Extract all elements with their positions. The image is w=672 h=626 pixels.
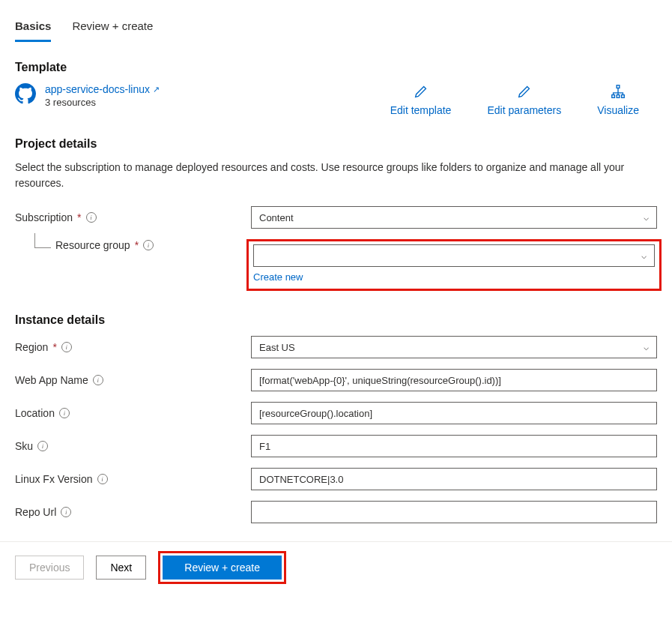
sku-label-text: Sku xyxy=(15,440,33,452)
resource-group-label: Resource group * i xyxy=(15,239,251,251)
webapp-name-label: Web App Name i xyxy=(15,374,251,386)
region-label-text: Region xyxy=(15,341,48,353)
info-icon[interactable]: i xyxy=(61,342,72,352)
linuxfx-label-text: Linux Fx Version xyxy=(15,473,93,485)
sku-input[interactable] xyxy=(251,435,657,457)
next-button[interactable]: Next xyxy=(96,556,146,580)
repo-url-label-text: Repo Url xyxy=(15,506,56,518)
resource-group-row: Resource group * i ⌵ Create new xyxy=(15,239,657,291)
repo-url-control xyxy=(251,501,657,523)
location-label-text: Location xyxy=(15,407,55,419)
linuxfx-row: Linux Fx Version i xyxy=(15,468,657,490)
location-row: Location i xyxy=(15,402,657,424)
repo-url-row: Repo Url i xyxy=(15,501,657,523)
svg-rect-0 xyxy=(617,85,620,88)
location-control xyxy=(251,402,657,424)
project-details-description: Select the subscription to manage deploy… xyxy=(15,160,629,191)
info-icon[interactable]: i xyxy=(61,507,71,517)
info-icon[interactable]: i xyxy=(37,441,48,451)
chevron-down-icon: ⌵ xyxy=(641,250,647,261)
edit-parameters-label: Edit parameters xyxy=(487,104,561,116)
hierarchy-icon xyxy=(610,83,626,100)
template-info-block: app-service-docs-linux ↗ 3 resources xyxy=(15,83,160,108)
footer-bar: Previous Next Review + create xyxy=(0,541,672,593)
region-control: East US ⌵ xyxy=(251,336,657,358)
review-create-highlight: Review + create xyxy=(158,551,286,584)
svg-rect-2 xyxy=(617,95,620,98)
svg-rect-3 xyxy=(622,95,625,98)
info-icon[interactable]: i xyxy=(86,212,97,223)
template-info: app-service-docs-linux ↗ 3 resources xyxy=(45,83,160,108)
resource-group-control: ⌵ Create new xyxy=(251,239,657,291)
required-asterisk: * xyxy=(52,341,56,353)
template-actions: Edit template Edit parameters Visualize xyxy=(390,83,639,116)
location-label: Location i xyxy=(15,407,251,419)
location-input[interactable] xyxy=(251,402,657,424)
webapp-name-row: Web App Name i xyxy=(15,369,657,391)
resource-group-select[interactable]: ⌵ xyxy=(253,244,655,267)
info-icon[interactable]: i xyxy=(59,408,70,418)
subscription-label: Subscription * i xyxy=(15,211,251,223)
region-label: Region * i xyxy=(15,341,251,353)
subscription-row: Subscription * i Content ⌵ xyxy=(15,206,657,229)
template-heading: Template xyxy=(15,61,657,74)
edit-parameters-button[interactable]: Edit parameters xyxy=(487,83,561,116)
tab-bar: Basics Review + create xyxy=(15,15,657,43)
required-asterisk: * xyxy=(135,239,139,251)
pencil-icon xyxy=(516,83,533,100)
tab-review-create[interactable]: Review + create xyxy=(72,15,153,42)
template-resource-count: 3 resources xyxy=(45,97,160,108)
webapp-name-control xyxy=(251,369,657,391)
linuxfx-label: Linux Fx Version i xyxy=(15,473,251,485)
pencil-icon xyxy=(413,83,429,100)
edit-template-button[interactable]: Edit template xyxy=(390,83,452,116)
region-row: Region * i East US ⌵ xyxy=(15,336,657,358)
external-link-icon: ↗ xyxy=(153,85,160,94)
sku-label: Sku i xyxy=(15,440,251,452)
svg-rect-1 xyxy=(612,95,615,98)
project-details-heading: Project details xyxy=(15,137,657,151)
github-icon xyxy=(15,83,36,104)
subscription-label-text: Subscription xyxy=(15,211,73,223)
subscription-control: Content ⌵ xyxy=(251,206,657,229)
subscription-value: Content xyxy=(259,212,294,223)
template-name-text: app-service-docs-linux xyxy=(45,83,150,95)
sku-control xyxy=(251,435,657,457)
webapp-name-input[interactable] xyxy=(251,369,657,391)
visualize-label: Visualize xyxy=(597,104,639,116)
tree-connector xyxy=(34,233,51,248)
info-icon[interactable]: i xyxy=(97,474,108,484)
resource-group-highlight: ⌵ Create new xyxy=(246,239,662,291)
info-icon[interactable]: i xyxy=(143,240,154,250)
region-value: East US xyxy=(259,342,295,353)
linuxfx-control xyxy=(251,468,657,490)
sku-row: Sku i xyxy=(15,435,657,457)
visualize-button[interactable]: Visualize xyxy=(597,83,639,116)
linuxfx-input[interactable] xyxy=(251,468,657,490)
chevron-down-icon: ⌵ xyxy=(644,212,649,223)
subscription-select[interactable]: Content ⌵ xyxy=(251,206,657,229)
template-row: app-service-docs-linux ↗ 3 resources Edi… xyxy=(15,83,657,116)
chevron-down-icon: ⌵ xyxy=(644,342,649,352)
resource-group-label-text: Resource group xyxy=(55,239,130,251)
previous-button: Previous xyxy=(15,556,84,580)
required-asterisk: * xyxy=(77,211,81,223)
webapp-name-label-text: Web App Name xyxy=(15,374,88,386)
info-icon[interactable]: i xyxy=(93,375,103,385)
instance-details-heading: Instance details xyxy=(15,313,657,327)
template-name-link[interactable]: app-service-docs-linux ↗ xyxy=(45,83,160,95)
repo-url-label: Repo Url i xyxy=(15,506,251,518)
region-select[interactable]: East US ⌵ xyxy=(251,336,657,358)
repo-url-input[interactable] xyxy=(251,501,657,523)
create-new-link[interactable]: Create new xyxy=(253,271,303,283)
tab-basics[interactable]: Basics xyxy=(15,15,51,42)
review-create-button[interactable]: Review + create xyxy=(163,556,282,580)
edit-template-label: Edit template xyxy=(390,104,452,116)
